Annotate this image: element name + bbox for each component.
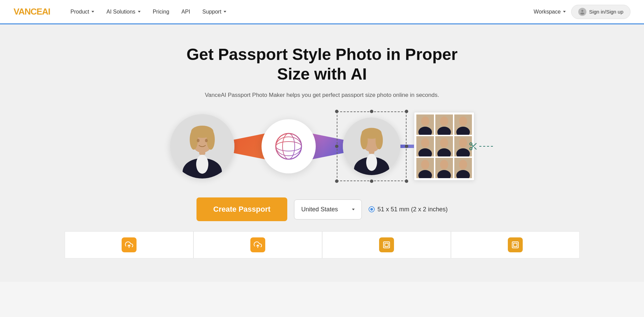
svg-point-6	[196, 155, 208, 174]
svg-point-11	[207, 129, 215, 150]
svg-point-45	[459, 138, 467, 148]
size-info: 51 x 51 mm (2 x 2 inches)	[369, 206, 448, 213]
svg-point-30	[421, 117, 429, 126]
svg-point-51	[440, 160, 448, 169]
photo-cell-9	[454, 158, 472, 178]
scissors-line	[469, 142, 493, 151]
svg-point-42	[440, 138, 448, 148]
nav-api[interactable]: API	[182, 9, 190, 15]
support-chevron-icon	[224, 11, 226, 13]
svg-point-54	[459, 160, 467, 169]
svg-point-39	[421, 138, 429, 148]
svg-point-27	[360, 131, 367, 149]
country-select-value: United States	[301, 206, 338, 213]
workspace-chevron-icon	[563, 11, 566, 13]
frame-icon-2	[508, 237, 523, 252]
hero-subtitle: VanceAI Passport Photo Maker helps you g…	[14, 92, 630, 99]
hero-title: Get Passport Style Photo in Proper Size …	[170, 45, 475, 84]
photo-grid-wrapper	[414, 112, 474, 181]
cta-row: Create Passport United States 51 x 51 mm…	[14, 197, 630, 221]
svg-point-12	[197, 139, 200, 142]
svg-point-13	[205, 139, 208, 142]
svg-rect-63	[383, 242, 390, 248]
frame-icon	[379, 237, 394, 252]
size-radio-dot	[369, 206, 375, 212]
svg-line-59	[474, 147, 476, 149]
nav-support[interactable]: Support	[202, 9, 226, 15]
user-avatar-icon	[578, 8, 586, 16]
signin-button[interactable]: Sign in/Sign up	[571, 5, 630, 19]
svg-rect-64	[385, 243, 388, 247]
process-illustration	[153, 112, 492, 181]
globe-circle	[262, 119, 316, 173]
upload-icon-2	[250, 237, 265, 252]
brand-logo[interactable]: VANCEAI	[14, 6, 50, 17]
brand-name-part2: AI	[42, 6, 50, 17]
photo-cell-1	[416, 114, 434, 135]
brand-name-part1: VANCE	[14, 6, 42, 17]
original-photo-circle	[170, 114, 234, 178]
svg-rect-65	[512, 242, 518, 248]
svg-point-1	[580, 13, 584, 15]
bottom-card-3[interactable]	[322, 231, 451, 258]
svg-point-0	[581, 10, 583, 12]
hero-section: Get Passport Style Photo in Proper Size …	[0, 24, 644, 282]
nav-ai-solutions[interactable]: AI Solutions	[106, 9, 140, 15]
upload-icon	[122, 237, 137, 252]
photo-cell-2	[435, 114, 453, 135]
nav-pricing[interactable]: Pricing	[153, 9, 169, 15]
ai-solutions-chevron-icon	[138, 11, 141, 13]
crop-frame-wrapper	[343, 118, 400, 175]
photo-cell-7	[416, 158, 434, 178]
svg-point-57	[470, 148, 472, 150]
bottom-card-1[interactable]	[65, 231, 193, 258]
svg-point-10	[190, 129, 198, 150]
scissors-dashed-line	[479, 146, 493, 147]
navbar: VANCEAI Product AI Solutions Pricing API…	[0, 0, 644, 24]
photo-grid	[414, 112, 474, 181]
svg-point-48	[421, 160, 429, 169]
svg-line-60	[472, 145, 473, 147]
photo-cell-3	[454, 114, 472, 135]
svg-point-28	[375, 131, 382, 149]
size-label: 51 x 51 mm (2 x 2 inches)	[377, 206, 448, 213]
svg-point-36	[459, 117, 467, 126]
scissors-icon	[469, 142, 478, 151]
photo-cell-8	[435, 158, 453, 178]
nav-right: Workspace Sign in/Sign up	[534, 5, 630, 19]
bottom-card-4[interactable]	[451, 231, 580, 258]
photo-cell-4	[416, 136, 434, 156]
country-chevron-icon	[352, 209, 355, 210]
svg-rect-66	[514, 243, 517, 247]
svg-point-23	[366, 154, 377, 171]
photo-cell-5	[435, 136, 453, 156]
svg-point-56	[470, 143, 472, 145]
bottom-card-2[interactable]	[193, 231, 322, 258]
bottom-cards-row	[14, 231, 630, 258]
nav-links: Product AI Solutions Pricing API Support	[70, 9, 534, 15]
product-chevron-icon	[91, 11, 94, 13]
nav-product[interactable]: Product	[70, 9, 94, 15]
svg-point-33	[440, 117, 448, 126]
workspace-button[interactable]: Workspace	[534, 9, 566, 15]
create-passport-button[interactable]: Create Passport	[196, 197, 288, 221]
country-select[interactable]: United States	[294, 199, 362, 219]
cropped-photo-circle	[343, 118, 400, 175]
